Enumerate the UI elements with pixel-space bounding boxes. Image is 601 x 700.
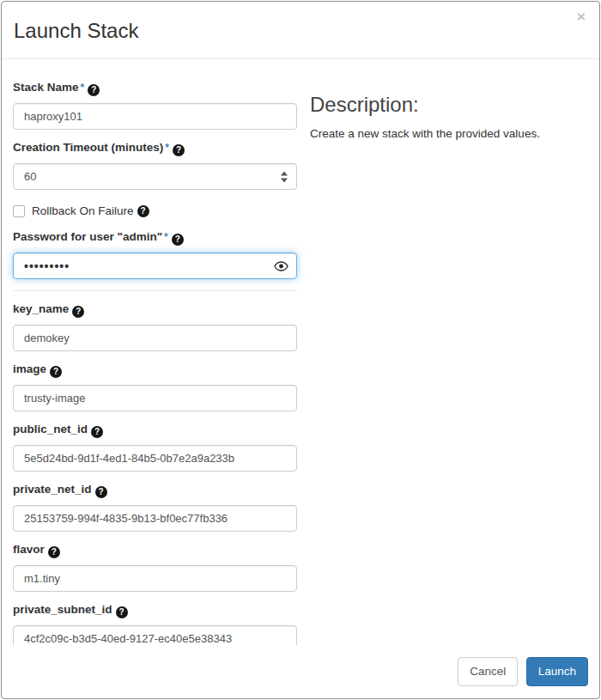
field-public-net-id: public_net_id? [13,423,297,472]
modal-body: Stack Name*? Creation Timeout (minutes)*… [2,59,599,645]
stack-name-input[interactable] [13,103,297,130]
stepper-up-icon[interactable] [281,171,288,175]
private-net-id-label: private_net_id [13,483,92,496]
field-stack-name: Stack Name*? [13,81,297,130]
help-icon[interactable]: ? [172,234,184,246]
creation-timeout-input[interactable] [13,163,297,190]
field-rollback: Rollback On Failure ? [13,204,297,217]
rollback-checkbox[interactable] [13,205,25,217]
form-column: Stack Name*? Creation Timeout (minutes)*… [13,81,297,645]
launch-stack-modal: Launch Stack × Stack Name*? Creation Tim… [1,1,600,699]
required-asterisk: * [81,82,85,94]
cancel-button[interactable]: Cancel [458,657,518,686]
help-icon[interactable]: ? [88,84,100,96]
private-subnet-id-label: private_subnet_id [13,603,112,616]
password-input[interactable] [13,253,297,279]
section-divider [13,290,297,291]
help-icon[interactable]: ? [72,306,84,318]
flavor-label: flavor [13,543,45,556]
flavor-input[interactable] [13,565,297,592]
help-icon[interactable]: ? [50,366,62,378]
description-heading: Description: [310,93,587,117]
help-icon[interactable]: ? [48,546,60,558]
required-asterisk: * [164,231,168,243]
launch-button[interactable]: Launch [526,657,588,686]
key-name-input[interactable] [13,325,297,351]
field-private-subnet-id: private_subnet_id? [13,603,297,645]
private-net-id-input[interactable] [13,505,297,532]
description-text: Create a new stack with the provided val… [310,127,587,140]
private-subnet-id-input[interactable] [13,625,297,645]
help-icon[interactable]: ? [91,426,103,438]
modal-footer: Cancel Launch [2,645,599,698]
field-password: Password for user "admin"*? [13,230,297,279]
help-icon[interactable]: ? [116,606,128,618]
public-net-id-label: public_net_id [13,423,88,435]
key-name-label: key_name [13,302,69,315]
eye-icon[interactable] [274,261,288,271]
help-icon[interactable]: ? [137,205,149,217]
field-private-net-id: private_net_id? [13,483,297,532]
number-stepper[interactable] [281,171,288,182]
image-label: image [13,362,46,375]
field-image: image? [13,362,297,411]
help-icon[interactable]: ? [173,144,185,156]
modal-header: Launch Stack × [2,2,599,59]
required-asterisk: * [165,142,169,154]
stepper-down-icon[interactable] [281,178,288,182]
stack-name-label: Stack Name [13,81,79,94]
field-flavor: flavor? [13,543,297,592]
password-label: Password for user "admin" [13,230,162,243]
modal-title: Launch Stack [14,19,586,43]
close-icon[interactable]: × [577,9,586,24]
public-net-id-input[interactable] [13,445,297,472]
description-column: Description: Create a new stack with the… [297,81,587,645]
creation-timeout-label: Creation Timeout (minutes) [13,141,163,154]
help-icon[interactable]: ? [95,486,107,498]
field-creation-timeout: Creation Timeout (minutes)*? [13,141,297,190]
rollback-label: Rollback On Failure [32,204,134,217]
field-key-name: key_name? [13,302,297,351]
image-input[interactable] [13,385,297,411]
